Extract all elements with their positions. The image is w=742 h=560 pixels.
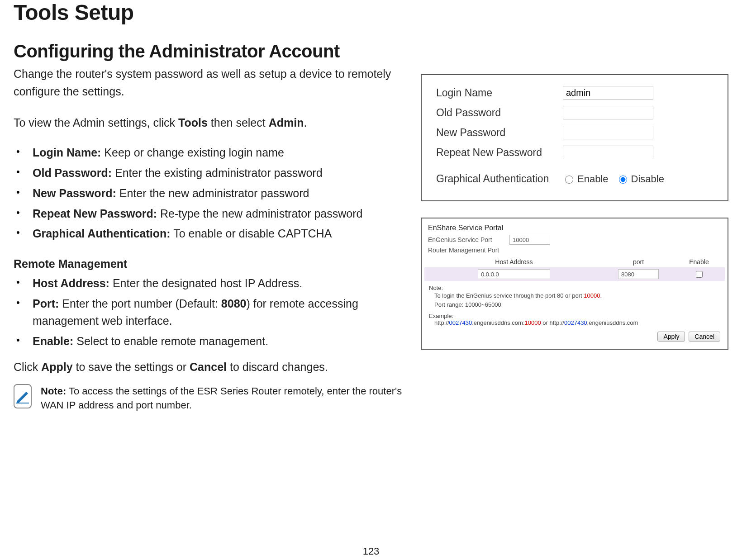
remote-heading: Remote Management bbox=[14, 255, 403, 273]
text-fragment: To login the EnGenius service through th… bbox=[434, 292, 584, 299]
bullet-text: Enter the new administrator password bbox=[116, 187, 309, 199]
text-bold: Tools bbox=[178, 116, 208, 129]
text-red: 10000 bbox=[525, 319, 541, 326]
bullet-label: Enable: bbox=[33, 335, 73, 347]
text-bold: 8080 bbox=[221, 297, 247, 310]
list-item: Login Name: Keep or change existing logi… bbox=[14, 144, 403, 161]
text-fragment: to save the settings or bbox=[73, 361, 190, 373]
mgmt-port-label: Router Management Port bbox=[428, 247, 509, 254]
login-name-label: Login Name bbox=[436, 87, 563, 99]
ga-disable-radio[interactable] bbox=[619, 176, 627, 184]
repeat-password-label: Repeat New Password bbox=[436, 147, 563, 159]
radio-label: Disable bbox=[631, 173, 664, 185]
list-item: Port: Enter the port number (Default: 80… bbox=[14, 295, 403, 330]
text-bold: Admin bbox=[269, 116, 304, 129]
text-red: 10000 bbox=[584, 292, 600, 299]
svg-rect-0 bbox=[16, 403, 29, 403]
bullet-text: Select to enable remote management. bbox=[73, 335, 268, 347]
list-item: Repeat New Password: Re-type the new adm… bbox=[14, 205, 403, 223]
nav-instruction: To view the Admin settings, click Tools … bbox=[14, 114, 403, 132]
ga-disable-option[interactable]: Disable bbox=[617, 173, 664, 185]
bullet-text: Enter the designated host IP Address. bbox=[109, 277, 302, 289]
note-line1: To login the EnGenius service through th… bbox=[424, 291, 725, 300]
bullet-label: Host Address: bbox=[33, 277, 109, 289]
ga-enable-option[interactable]: Enable bbox=[563, 173, 609, 185]
list-item: New Password: Enter the new administrato… bbox=[14, 185, 403, 202]
login-name-input[interactable] bbox=[563, 86, 653, 100]
bullet-text: Enter the existing administrator passwor… bbox=[112, 166, 323, 179]
bullet-continuation: management web interface. bbox=[33, 312, 403, 330]
remote-bullet-list: Host Address: Enter the designated host … bbox=[14, 275, 403, 350]
text-fragment: Click bbox=[14, 361, 41, 373]
bullet-text: Keep or change existing login name bbox=[101, 146, 284, 159]
text-blue: 0027430 bbox=[564, 319, 587, 326]
text-blue: 0027430 bbox=[449, 319, 472, 326]
radio-label: Enable bbox=[577, 173, 609, 185]
note-block: Note: To access the settings of the ESR … bbox=[14, 384, 403, 413]
new-password-label: New Password bbox=[436, 127, 563, 139]
apply-cancel-line: Click Apply to save the settings or Canc… bbox=[14, 358, 403, 376]
col-enable-header: Enable bbox=[677, 258, 721, 266]
note-text: Note: To access the settings of the ESR … bbox=[41, 384, 403, 413]
text-fragment: .engeniusddns.com bbox=[587, 319, 638, 326]
mgmt-port-table: Host Address port Enable bbox=[424, 256, 725, 281]
text-fragment: To view the Admin settings, click bbox=[14, 116, 178, 129]
admin-settings-panel: Login Name Old Password New Password Rep… bbox=[421, 74, 728, 201]
text-fragment: then select bbox=[208, 116, 269, 129]
bullet-label: Port: bbox=[33, 297, 59, 310]
old-password-input[interactable] bbox=[563, 106, 653, 119]
text-fragment: . bbox=[600, 292, 602, 299]
list-item: Graphical Authentication: To enable or d… bbox=[14, 225, 403, 242]
bullet-text: ) for remote accessing bbox=[246, 297, 358, 310]
enshare-panel: EnShare Service Portal EnGenius Service … bbox=[421, 218, 728, 350]
bullet-label: New Password: bbox=[33, 187, 116, 199]
new-password-input[interactable] bbox=[563, 126, 653, 139]
bullet-text: Enter the port number (Default: bbox=[59, 297, 221, 310]
bullet-label: Graphical Authentication: bbox=[33, 227, 171, 240]
example-label: Example: bbox=[424, 309, 725, 319]
table-row bbox=[424, 267, 725, 281]
text-bold: Apply bbox=[41, 361, 72, 373]
page-title: Tools Setup bbox=[14, 0, 403, 25]
list-item: Old Password: Enter the existing adminis… bbox=[14, 164, 403, 182]
section-title: Configuring the Administrator Account bbox=[14, 41, 403, 62]
bullet-label: Login Name: bbox=[33, 146, 101, 159]
list-item: Enable: Select to enable remote manageme… bbox=[14, 332, 403, 350]
note-line2: Port range: 10000~65000 bbox=[424, 300, 725, 309]
text-fragment: or http:// bbox=[541, 319, 564, 326]
col-port-header: port bbox=[600, 258, 677, 266]
bullet-label: Repeat New Password: bbox=[33, 207, 157, 220]
intro-text: Change the router's system password as w… bbox=[14, 65, 403, 100]
repeat-password-input[interactable] bbox=[563, 146, 653, 159]
cancel-button[interactable]: Cancel bbox=[689, 332, 720, 342]
bullet-text: To enable or disable CAPTCHA bbox=[171, 227, 332, 240]
text-bold: Cancel bbox=[190, 361, 227, 373]
text-fragment: . bbox=[304, 116, 307, 129]
text-fragment: to discard changes. bbox=[227, 361, 328, 373]
host-address-input[interactable] bbox=[478, 269, 550, 279]
bullet-text: Re-type the new administrator password bbox=[157, 207, 362, 220]
old-password-label: Old Password bbox=[436, 107, 563, 119]
enable-checkbox[interactable] bbox=[696, 271, 703, 278]
list-item: Host Address: Enter the designated host … bbox=[14, 275, 403, 292]
service-port-label: EnGenius Service Port bbox=[428, 236, 509, 243]
bullet-label: Old Password: bbox=[33, 166, 112, 179]
note-icon bbox=[14, 384, 32, 408]
service-port-input[interactable] bbox=[509, 235, 550, 245]
example-body: http://0027430.engeniusddns.com:10000 or… bbox=[424, 319, 725, 329]
enshare-title: EnShare Service Portal bbox=[424, 223, 725, 235]
apply-button[interactable]: Apply bbox=[657, 332, 685, 342]
port-input[interactable] bbox=[618, 269, 659, 279]
note-label: Note: bbox=[424, 281, 725, 291]
text-fragment: http:// bbox=[434, 319, 449, 326]
text-fragment: .engeniusddns.com: bbox=[472, 319, 524, 326]
note-label: Note: bbox=[41, 385, 66, 397]
main-bullet-list: Login Name: Keep or change existing logi… bbox=[14, 144, 403, 242]
col-host-header: Host Address bbox=[428, 258, 600, 266]
page-number: 123 bbox=[0, 546, 742, 557]
graphical-auth-label: Graphical Authentication bbox=[436, 173, 563, 185]
note-body: To access the settings of the ESR Series… bbox=[41, 385, 402, 411]
ga-enable-radio[interactable] bbox=[565, 176, 573, 184]
